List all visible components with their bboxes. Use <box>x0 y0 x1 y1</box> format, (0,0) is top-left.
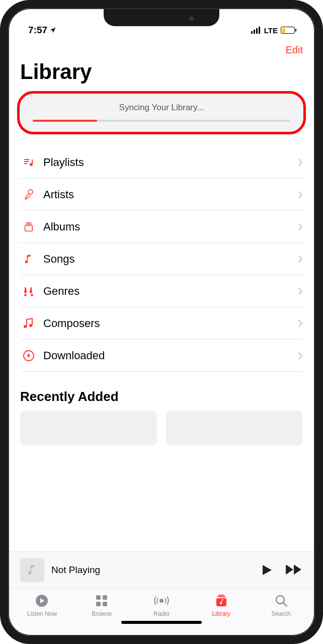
list-item-playlists[interactable]: Playlists <box>20 146 303 179</box>
list-item-songs[interactable]: Songs <box>20 243 303 275</box>
network-label: LTE <box>264 26 278 35</box>
list-item-label: Songs <box>37 253 298 266</box>
miniplayer-label: Not Playing <box>51 565 262 576</box>
svg-point-12 <box>31 294 33 296</box>
list-item-label: Albums <box>37 220 298 233</box>
mini-player[interactable]: Not Playing <box>8 551 315 588</box>
sync-progress-fill <box>33 120 97 122</box>
next-track-button[interactable] <box>286 564 303 576</box>
tab-label: Browse <box>92 610 112 617</box>
svg-rect-3 <box>259 27 260 34</box>
radio-waves-icon <box>154 593 169 608</box>
list-item-label: Downloaded <box>37 349 298 362</box>
cellular-icon <box>251 27 261 34</box>
svg-rect-17 <box>96 595 101 600</box>
svg-point-21 <box>160 599 163 602</box>
download-circle-icon <box>20 350 37 362</box>
miniplayer-artwork <box>20 558 44 582</box>
tab-bar: Listen Now Browse Radio Library Search <box>8 588 315 636</box>
chevron-right-icon <box>298 255 303 263</box>
location-icon <box>49 27 56 34</box>
page-title: Library <box>8 56 315 91</box>
chevron-right-icon <box>298 191 303 199</box>
svg-point-7 <box>28 189 33 194</box>
chevron-right-icon <box>298 158 303 167</box>
list-item-albums[interactable]: Albums <box>20 211 303 243</box>
recently-added-row <box>8 411 315 446</box>
svg-rect-19 <box>96 602 101 606</box>
svg-rect-18 <box>103 595 107 600</box>
playlist-icon <box>20 156 37 169</box>
battery-icon <box>281 27 295 34</box>
recently-added-heading: Recently Added <box>8 372 315 411</box>
tab-library[interactable]: Library <box>191 593 251 622</box>
tab-listen-now[interactable]: Listen Now <box>12 593 72 622</box>
music-note-icon <box>20 254 37 265</box>
list-item-label: Genres <box>37 285 298 298</box>
album-stack-icon <box>20 221 37 232</box>
svg-rect-10 <box>25 225 33 231</box>
sync-banner: Syncing Your Library... <box>17 91 306 134</box>
status-time: 7:57 <box>28 25 47 36</box>
guitars-icon <box>20 286 37 297</box>
list-item-label: Composers <box>37 317 298 330</box>
grid-icon <box>95 593 108 608</box>
chevron-right-icon <box>298 352 303 360</box>
play-button[interactable] <box>262 564 273 576</box>
svg-rect-1 <box>254 30 255 34</box>
tab-search[interactable]: Search <box>251 593 311 622</box>
tab-browse[interactable]: Browse <box>72 593 132 622</box>
svg-point-11 <box>24 294 27 296</box>
home-indicator[interactable] <box>121 621 202 624</box>
search-icon <box>275 593 288 608</box>
tab-radio[interactable]: Radio <box>132 593 192 622</box>
tab-label: Radio <box>153 610 169 617</box>
list-item-label: Artists <box>37 188 298 201</box>
list-item-composers[interactable]: Composers <box>20 307 303 340</box>
list-item-genres[interactable]: Genres <box>20 275 303 307</box>
list-item-label: Playlists <box>37 156 298 169</box>
chevron-right-icon <box>298 319 303 328</box>
microphone-icon <box>20 189 37 200</box>
svg-rect-2 <box>256 28 258 34</box>
chevron-right-icon <box>298 223 303 231</box>
svg-point-25 <box>276 596 284 604</box>
library-section-list: Playlists Artists Albums <box>8 146 315 372</box>
tab-label: Listen Now <box>27 610 57 617</box>
chevron-right-icon <box>298 287 303 295</box>
list-item-downloaded[interactable]: Downloaded <box>20 340 303 372</box>
recently-added-placeholder[interactable] <box>20 411 157 446</box>
sync-message: Syncing Your Library... <box>33 103 290 113</box>
play-circle-icon <box>35 593 49 608</box>
tab-label: Search <box>272 610 291 617</box>
sync-progress <box>33 120 290 122</box>
edit-button[interactable]: Edit <box>286 44 303 56</box>
svg-rect-20 <box>103 602 107 606</box>
library-icon <box>215 593 228 608</box>
svg-line-26 <box>283 603 287 606</box>
double-note-icon <box>20 318 37 329</box>
list-item-artists[interactable]: Artists <box>20 179 303 211</box>
recently-added-placeholder[interactable] <box>166 411 303 446</box>
tab-label: Library <box>212 610 230 617</box>
svg-rect-0 <box>251 31 253 34</box>
